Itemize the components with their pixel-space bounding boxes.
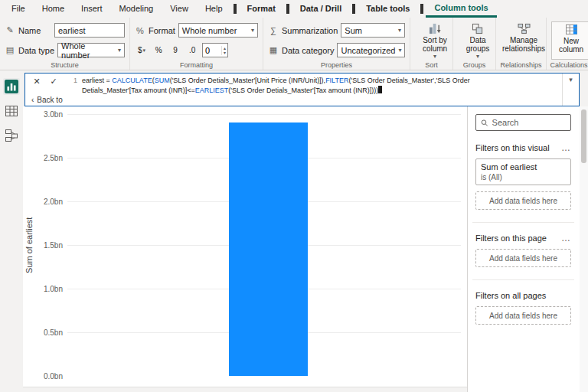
ribbon-group-groups: Data groups ▾ Groups xyxy=(453,18,496,70)
datatype-dropdown[interactable]: Whole number ▾ xyxy=(57,43,125,57)
add-data-fields-dropzone[interactable]: Add data fields here xyxy=(475,191,571,210)
y-tick-label: 2.0bn xyxy=(44,197,63,205)
cancel-formula-button[interactable]: ✕ xyxy=(31,76,42,87)
add-data-fields-dropzone[interactable]: Add data fields here xyxy=(475,249,571,267)
new-column-button[interactable]: New column xyxy=(551,21,588,60)
back-to-report-button[interactable]: ‹Back to xyxy=(31,96,64,104)
filter-card[interactable]: Sum of earliest is (All) xyxy=(475,158,571,185)
group-label-structure: Structure xyxy=(0,61,129,69)
tab-column-tools[interactable]: Column tools xyxy=(426,0,496,18)
datatype-label: Data type xyxy=(18,46,54,55)
summarization-label: Summarization xyxy=(282,26,338,35)
page-bottom-strip xyxy=(23,387,467,392)
data-view-button[interactable] xyxy=(3,103,20,119)
ribbon-group-formatting: % Format Whole number ▾ $ ▾ % 9 xyxy=(130,18,263,70)
ribbon-group-structure: ✎ Name ▤ Data type Whole number ▾ Struct… xyxy=(0,18,130,70)
chevron-down-icon: ▾ xyxy=(433,54,436,59)
ribbon-group-properties: ∑ Summarization Sum ▾ ▦ Data category Un… xyxy=(263,18,410,70)
section-title: Filters on this visual xyxy=(475,143,550,152)
format-label: Format xyxy=(149,26,175,35)
y-axis-title: Sum of earliest xyxy=(24,114,34,376)
bar-chart-visual[interactable]: Sum of earliest 3.0bn 2.5bn 2.0bn 1.5bn … xyxy=(23,106,464,392)
datatype-icon: ▤ xyxy=(5,45,15,55)
chevron-down-icon: ▾ xyxy=(118,47,121,54)
thousands-icon: 9 xyxy=(173,46,178,54)
filter-search-input[interactable] xyxy=(492,118,566,127)
report-view-icon xyxy=(5,80,18,93)
add-data-fields-dropzone[interactable]: Add data fields here xyxy=(475,306,571,325)
more-options-icon[interactable]: … xyxy=(561,235,571,241)
filter-search-box[interactable] xyxy=(475,114,571,131)
filters-on-all-pages-section: Filters on all pages Add data fields her… xyxy=(475,291,571,325)
group-label-properties: Properties xyxy=(263,61,410,69)
name-label: Name xyxy=(18,26,41,35)
y-tick-label: 1.0bn xyxy=(44,285,63,293)
data-view-icon xyxy=(5,104,18,118)
report-view-button[interactable] xyxy=(3,78,20,95)
manage-relationships-label: Manage relationships xyxy=(501,36,547,53)
decimal-places-stepper[interactable]: ▴ ▾ xyxy=(202,43,228,57)
tab-table-tools[interactable]: Table tools xyxy=(358,0,418,18)
y-axis-ticks: 3.0bn 2.5bn 2.0bn 1.5bn 1.0bn 0.5bn 0.0b… xyxy=(37,114,66,376)
name-input[interactable] xyxy=(54,23,125,38)
scrollbar-thumb[interactable] xyxy=(581,109,586,163)
chevron-down-icon: ▾ xyxy=(398,27,401,34)
vertical-scrollbar[interactable] xyxy=(580,106,588,392)
currency-format-button[interactable]: $ ▾ xyxy=(135,43,149,57)
main-area: ✕ ✓ ‹Back to 1 earliest = CALCULATE(SUM(… xyxy=(23,70,588,392)
formula-bar-controls: ▾ xyxy=(562,74,579,106)
group-label-groups: Groups xyxy=(453,61,495,69)
manage-relationships-button[interactable]: Manage relationships xyxy=(501,21,547,60)
filters-on-this-page-section: Filters on this page … Add data fields h… xyxy=(475,234,571,267)
tab-modeling[interactable]: Modeling xyxy=(111,0,162,18)
section-title: Filters on all pages xyxy=(475,291,546,300)
group-label-formatting: Formatting xyxy=(130,61,263,69)
data-groups-button[interactable]: Data groups ▾ xyxy=(458,21,498,60)
data-groups-icon xyxy=(472,23,484,34)
line-number: 1 xyxy=(67,76,77,86)
sort-by-column-button[interactable]: Sort by column ▾ xyxy=(415,21,455,60)
tab-data-drill[interactable]: Data / Drill xyxy=(292,0,350,18)
percent-icon: % xyxy=(155,46,162,54)
decimal-places-button[interactable]: .0 xyxy=(185,43,199,57)
model-view-button[interactable] xyxy=(3,127,20,144)
tab-file[interactable]: File xyxy=(3,0,34,18)
tab-home[interactable]: Home xyxy=(34,0,73,18)
data-category-dropdown[interactable]: Uncategorized ▾ xyxy=(337,43,405,57)
percent-format-button[interactable]: % xyxy=(152,43,165,57)
section-divider xyxy=(472,279,574,280)
ribbon-group-sort: Sort by column ▾ Sort xyxy=(410,18,453,70)
chevron-down-icon: ▾ xyxy=(143,47,146,54)
group-label-relationships: Relationships xyxy=(496,61,546,69)
summarization-dropdown[interactable]: Sum ▾ xyxy=(341,23,405,38)
dax-formula-input[interactable]: 1 earliest = CALCULATE(SUM('SLS Order De… xyxy=(67,74,562,106)
format-dropdown[interactable]: Whole number ▾ xyxy=(178,23,258,38)
stepper-arrows[interactable]: ▴ ▾ xyxy=(221,46,227,55)
decimal-places-input[interactable] xyxy=(203,46,221,55)
powerbi-window: File Home Insert Modeling View Help Form… xyxy=(0,0,588,392)
content-row: Sum of earliest 3.0bn 2.5bn 2.0bn 1.5bn … xyxy=(23,106,588,392)
tab-help[interactable]: Help xyxy=(197,0,231,18)
tab-insert[interactable]: Insert xyxy=(73,0,111,18)
model-view-icon xyxy=(5,129,18,142)
chart-bar[interactable] xyxy=(229,122,308,376)
commit-formula-button[interactable]: ✓ xyxy=(48,76,59,87)
tab-group-separator xyxy=(286,4,289,14)
ribbon: ✎ Name ▤ Data type Whole number ▾ Struct… xyxy=(0,18,588,70)
ribbon-group-calculations: New column Calculations xyxy=(547,18,588,70)
collapse-formula-bar-icon[interactable]: ▾ xyxy=(569,76,573,83)
pencil-icon: ✎ xyxy=(5,25,15,35)
view-switcher-rail xyxy=(0,70,23,392)
text-cursor xyxy=(378,86,382,93)
filters-on-this-visual-section: Filters on this visual … Sum of earliest… xyxy=(475,143,571,210)
y-tick-label: 0.5bn xyxy=(44,328,63,336)
tab-format[interactable]: Format xyxy=(239,0,284,18)
formula-bar[interactable]: ✕ ✓ ‹Back to 1 earliest = CALCULATE(SUM(… xyxy=(24,73,580,106)
report-canvas[interactable]: Sum of earliest 3.0bn 2.5bn 2.0bn 1.5bn … xyxy=(23,106,467,392)
more-options-icon[interactable]: … xyxy=(561,145,571,151)
sort-by-column-label: Sort by column xyxy=(415,36,455,53)
thousands-separator-button[interactable]: 9 xyxy=(168,43,182,57)
tab-view[interactable]: View xyxy=(162,0,197,18)
chevron-down-icon: ▾ xyxy=(224,51,226,55)
manage-relationships-icon xyxy=(518,23,531,34)
